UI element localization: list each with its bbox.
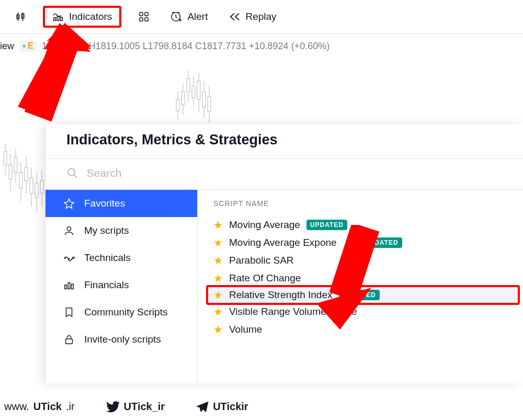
sidebar-item-label: Invite-only scripts (84, 334, 161, 345)
svg-line-49 (74, 175, 77, 178)
indicators-modal: Indicators, Metrics & Strategies Favorit… (45, 124, 523, 383)
alert-icon (170, 11, 183, 22)
svg-point-48 (68, 168, 75, 175)
svg-rect-15 (187, 78, 190, 92)
indicators-button[interactable]: Indicators (43, 6, 121, 28)
alert-label: Alert (187, 11, 208, 22)
svg-rect-57 (66, 339, 73, 344)
script-name: Moving Average Exponential (229, 237, 355, 248)
star-filled-icon: ★ (213, 220, 223, 230)
updated-badge: UPDATED (339, 290, 380, 300)
svg-rect-56 (72, 284, 74, 289)
footer-suffix: .ir (66, 401, 75, 413)
wave-icon (63, 252, 75, 264)
grid-icon (138, 11, 150, 22)
script-row[interactable]: ★ Volume (208, 321, 518, 338)
pill-letter: E (28, 41, 33, 51)
svg-point-50 (67, 227, 71, 231)
footer-twitter-handle: UTick_ir (124, 401, 165, 413)
sidebar-item-label: Community Scripts (84, 307, 167, 318)
twitter-icon (106, 401, 120, 413)
modal-title: Indicators, Metrics & Strategies (66, 132, 502, 148)
templates-button[interactable] (134, 9, 154, 25)
svg-rect-8 (145, 13, 148, 16)
replay-icon (229, 11, 241, 22)
svg-rect-27 (176, 99, 179, 111)
svg-rect-31 (9, 165, 12, 179)
dot-icon (22, 44, 26, 48)
svg-rect-21 (202, 92, 206, 107)
star-filled-icon: ★ (213, 273, 223, 283)
modal-header: Indicators, Metrics & Strategies (46, 124, 523, 158)
svg-rect-7 (140, 13, 143, 16)
script-name: Rate Of Change (229, 273, 301, 284)
bookmark-icon (63, 307, 75, 318)
footer-bold: UTick (33, 401, 62, 413)
view-fragment: iew (0, 41, 14, 52)
star-filled-icon: ★ (213, 290, 223, 300)
svg-rect-54 (65, 285, 67, 289)
footer-twitter: UTick_ir (106, 401, 165, 413)
svg-rect-19 (197, 81, 200, 99)
candlestick-icon (15, 11, 26, 22)
svg-rect-25 (181, 92, 185, 105)
star-filled-icon: ★ (213, 237, 223, 248)
search-input[interactable] (86, 166, 502, 180)
sidebar-item-my-scripts[interactable]: My scripts (46, 217, 197, 244)
indicators-label: Indicators (69, 11, 112, 22)
svg-rect-9 (140, 18, 143, 21)
replay-label: Replay (245, 11, 276, 22)
telegram-icon (196, 401, 209, 413)
modal-search-row (46, 158, 523, 190)
updated-badge: UPDATED (361, 237, 402, 248)
script-name: Parabolic SAR (229, 255, 294, 266)
ohlc-readout: 1810.9521 H1819.1005 L1798.8184 C1817.77… (42, 41, 329, 52)
svg-rect-23 (208, 97, 211, 111)
svg-rect-43 (40, 180, 43, 194)
script-row[interactable]: ★ Moving Average Exponential UPDATED (208, 234, 518, 252)
status-line: iew E 1810.9521 H1819.1005 L1798.8184 C1… (0, 34, 523, 58)
script-list: SCRIPT NAME ★ Moving Average UPDATED ★ M… (198, 190, 523, 383)
top-toolbar: Indicators Alert Replay (0, 0, 523, 34)
symbol-pill[interactable]: E (19, 40, 37, 52)
svg-rect-41 (35, 183, 38, 198)
script-name: Moving Average (229, 219, 300, 231)
svg-rect-10 (145, 18, 148, 21)
star-filled-icon: ★ (213, 255, 223, 266)
script-row[interactable]: ★ Visible Range Volume Profile (208, 303, 518, 321)
sidebar-item-label: My scripts (84, 225, 129, 236)
svg-rect-39 (30, 178, 33, 194)
sidebar-item-label: Favorites (84, 198, 125, 209)
script-row-rsi[interactable]: ★ Relative Strength Index UPDATED (206, 285, 520, 305)
footer-telegram-handle: UTickir (213, 401, 248, 413)
sidebar-item-community[interactable]: Community Scripts (46, 299, 197, 326)
script-row[interactable]: ★ Rate Of Change (208, 269, 518, 287)
footer-prefix: www. (4, 401, 29, 413)
sidebar-item-invite-only[interactable]: Invite-only scripts (46, 326, 197, 353)
script-name: Visible Range Volume Profile (229, 306, 357, 317)
svg-point-51 (64, 257, 66, 259)
svg-rect-33 (14, 157, 17, 173)
script-row[interactable]: ★ Moving Average UPDATED (208, 216, 518, 234)
candles-button[interactable] (10, 9, 30, 25)
sidebar-item-label: Financials (84, 279, 129, 291)
script-name: Volume (229, 324, 262, 335)
replay-button[interactable]: Replay (224, 9, 280, 25)
sidebar-item-financials[interactable]: Financials (46, 271, 197, 299)
script-row[interactable]: ★ Parabolic SAR (208, 252, 518, 269)
lock-icon (63, 334, 75, 345)
star-icon (63, 198, 75, 209)
sidebar-item-label: Technicals (84, 252, 131, 264)
footer-site: www.UTick.ir (4, 401, 75, 413)
sidebar-item-favorites[interactable]: Favorites (46, 190, 197, 217)
bars-icon (63, 279, 75, 291)
svg-rect-37 (25, 167, 28, 181)
star-filled-icon: ★ (213, 307, 223, 317)
svg-rect-6 (61, 17, 63, 20)
svg-rect-35 (19, 173, 22, 188)
sidebar-item-technicals[interactable]: Technicals (46, 244, 197, 271)
updated-badge: UPDATED (306, 220, 347, 230)
list-header: SCRIPT NAME (208, 199, 518, 216)
user-icon (63, 225, 75, 236)
alert-button[interactable]: Alert (166, 9, 212, 25)
